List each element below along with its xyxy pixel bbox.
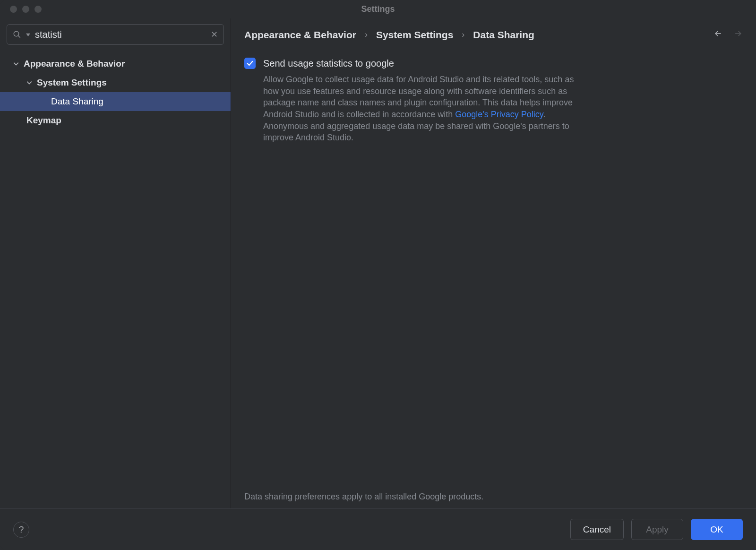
breadcrumb-separator: › [365, 30, 368, 40]
clear-search-icon[interactable]: ✕ [211, 29, 218, 40]
chevron-down-icon [26, 33, 30, 37]
search-box[interactable]: ✕ [7, 24, 224, 45]
nav-back-button[interactable] [713, 29, 723, 41]
chevron-down-icon [26, 79, 33, 86]
sidebar-item-label: System Settings [37, 77, 107, 88]
help-button[interactable]: ? [13, 522, 29, 538]
sidebar-item-label: Data Sharing [51, 96, 103, 107]
send-usage-statistics-label: Send usage statistics to google [263, 58, 394, 69]
search-icon [13, 30, 21, 39]
ok-button-label: OK [710, 524, 723, 535]
breadcrumb-part: Appearance & Behavior [244, 29, 356, 41]
settings-tree: Appearance & Behavior System Settings Da… [0, 50, 231, 130]
apply-button: Apply [631, 519, 683, 540]
sidebar-item-data-sharing[interactable]: Data Sharing [0, 92, 231, 111]
chevron-down-icon [12, 60, 20, 68]
settings-window: Settings ✕ Appearance & Behavior [0, 0, 756, 550]
data-sharing-note: Data sharing preferences apply to all in… [231, 492, 756, 508]
zoom-window-button[interactable] [34, 6, 42, 13]
content-body: Send usage statistics to google Allow Go… [231, 41, 756, 492]
minimize-window-button[interactable] [22, 6, 29, 13]
ok-button[interactable]: OK [691, 519, 743, 540]
titlebar: Settings [0, 0, 756, 18]
nav-forward-button [733, 29, 743, 41]
footer: ? Cancel Apply OK [0, 508, 756, 550]
sidebar: ✕ Appearance & Behavior System Settings [0, 18, 231, 508]
window-controls [0, 6, 42, 13]
apply-button-label: Apply [646, 524, 669, 535]
cancel-button-label: Cancel [583, 524, 611, 535]
breadcrumb-part: Data Sharing [473, 29, 534, 41]
breadcrumb: Appearance & Behavior › System Settings … [244, 29, 534, 41]
window-title: Settings [361, 4, 395, 14]
sidebar-item-appearance-behavior[interactable]: Appearance & Behavior [0, 54, 231, 73]
content-panel: Appearance & Behavior › System Settings … [231, 18, 756, 508]
svg-line-1 [18, 36, 20, 38]
sidebar-item-label: Appearance & Behavior [24, 59, 125, 69]
sidebar-item-system-settings[interactable]: System Settings [0, 73, 231, 92]
breadcrumb-part: System Settings [376, 29, 453, 41]
cancel-button[interactable]: Cancel [570, 519, 624, 540]
body-area: ✕ Appearance & Behavior System Settings [0, 18, 756, 508]
sidebar-item-label: Keymap [26, 115, 61, 126]
close-window-button[interactable] [10, 6, 17, 13]
send-usage-statistics-checkbox[interactable] [244, 58, 256, 69]
search-input[interactable] [35, 29, 206, 40]
content-header: Appearance & Behavior › System Settings … [231, 18, 756, 41]
help-icon: ? [19, 524, 24, 535]
check-icon [246, 60, 254, 67]
footer-buttons: Cancel Apply OK [570, 519, 743, 540]
sidebar-item-keymap[interactable]: Keymap [0, 111, 231, 130]
send-usage-statistics-row: Send usage statistics to google [244, 58, 743, 69]
svg-point-0 [14, 31, 19, 36]
breadcrumb-separator: › [462, 30, 464, 40]
nav-arrows [713, 29, 743, 41]
setting-description: Allow Google to collect usage data for A… [263, 74, 580, 144]
privacy-policy-link[interactable]: Google's Privacy Policy [455, 110, 543, 119]
